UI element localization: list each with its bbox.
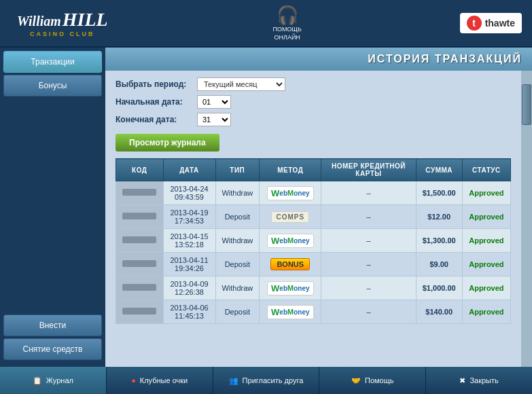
points-icon: ● xyxy=(131,376,136,384)
table-row: 2013-04-2409:43:59WithdrawWebMoney–$1,50… xyxy=(116,181,511,205)
cell-card: – xyxy=(321,205,416,229)
col-method: МЕТОД xyxy=(260,159,321,181)
sidebar: Транзакции Бонусы Внести Снятие средств xyxy=(0,48,105,367)
status-badge: Approved xyxy=(469,284,503,292)
cell-status: Approved xyxy=(462,276,510,300)
cell-method: WebMoney xyxy=(260,300,321,324)
period-select[interactable]: Текущий месяц Прошлый месяц xyxy=(197,77,285,91)
logo-wrapper: William HILL CASINO CLUB xyxy=(10,5,115,41)
table-row: 2013-04-1119:34:26DepositBONUS–$9.00Appr… xyxy=(116,253,511,276)
col-status: СТАТУС xyxy=(462,159,510,181)
header: William HILL CASINO CLUB 🎧 ПОМОЩЬОНЛАЙН … xyxy=(0,0,532,48)
logo-william: William xyxy=(17,14,61,29)
cell-date: 2013-04-1119:34:26 xyxy=(163,253,215,276)
cell-status: Approved xyxy=(462,253,510,276)
cell-card: – xyxy=(321,229,416,253)
cell-type: Deposit xyxy=(215,300,260,324)
content-area: ИСТОРИЯ ТРАНЗАКЦИЙ Выбрать период: Текущ… xyxy=(105,48,532,367)
cell-status: Approved xyxy=(462,300,510,324)
col-type: ТИП xyxy=(215,159,260,181)
logo-casino: CASINO CLUB xyxy=(17,31,108,37)
thawte-icon: t xyxy=(467,16,482,31)
end-date-row: Конечная дата: 31011530 xyxy=(116,113,511,126)
webmoney-logo: WebMoney xyxy=(267,281,313,296)
table-row: 2013-04-1917:34:53DepositCOMPS–$12.00App… xyxy=(116,205,511,229)
sidebar-bottom: Внести Снятие средств xyxy=(3,315,102,360)
col-date: ДАТА xyxy=(163,159,215,181)
cell-type: Deposit xyxy=(215,253,260,276)
scrollbar[interactable] xyxy=(521,71,532,367)
main-layout: Транзакции Бонусы Внести Снятие средств … xyxy=(0,48,532,367)
close-icon: ✖ xyxy=(459,376,465,385)
bonuses-btn[interactable]: Бонусы xyxy=(3,75,102,96)
transactions-table: КОД ДАТА ТИП МЕТОД НОМЕР КРЕДИТНОЙКАРТЫ … xyxy=(116,158,511,324)
cell-status: Approved xyxy=(462,229,510,253)
cell-method: BONUS xyxy=(260,253,321,276)
status-badge: Approved xyxy=(469,213,503,221)
cell-card: – xyxy=(321,181,416,205)
content-body: Выбрать период: Текущий месяц Прошлый ме… xyxy=(105,71,532,367)
start-date-select[interactable]: 01021531 xyxy=(197,95,231,109)
cell-date: 2013-04-0611:45:13 xyxy=(163,300,215,324)
footer-invite-btn[interactable]: 👥 Пригласить друга xyxy=(213,367,320,394)
deposit-btn[interactable]: Внести xyxy=(3,315,102,336)
journal-icon: 📋 xyxy=(33,376,42,385)
table-header-row: КОД ДАТА ТИП МЕТОД НОМЕР КРЕДИТНОЙКАРТЫ … xyxy=(116,159,511,181)
cell-amount: $1,500.00 xyxy=(416,181,462,205)
cell-code xyxy=(116,181,164,205)
help-area[interactable]: 🎧 ПОМОЩЬОНЛАЙН xyxy=(273,5,302,41)
status-badge: Approved xyxy=(469,308,503,316)
logo-area: William HILL CASINO CLUB xyxy=(10,5,115,41)
cell-status: Approved xyxy=(462,205,510,229)
filters-section: Выбрать период: Текущий месяц Прошлый ме… xyxy=(116,77,511,151)
cell-method: COMPS xyxy=(260,205,321,229)
headphones-icon: 🎧 xyxy=(277,5,298,26)
cell-amount: $140.00 xyxy=(416,300,462,324)
help-label: ПОМОЩЬОНЛАЙН xyxy=(273,26,302,41)
bonus-badge: BONUS xyxy=(270,258,310,270)
status-badge: Approved xyxy=(469,260,503,268)
footer-journal-btn[interactable]: 📋 Журнал xyxy=(0,367,107,394)
table-row: 2013-04-0912:26:38WithdrawWebMoney–$1,00… xyxy=(116,276,511,300)
cell-amount: $1,300.00 xyxy=(416,229,462,253)
cell-amount: $1,000.00 xyxy=(416,276,462,300)
cell-code xyxy=(116,300,164,324)
cell-type: Withdraw xyxy=(215,229,260,253)
cell-date: 2013-04-0912:26:38 xyxy=(163,276,215,300)
journal-label: Журнал xyxy=(46,376,73,384)
cell-code xyxy=(116,276,164,300)
webmoney-logo: WebMoney xyxy=(267,305,313,319)
help-footer-icon: 🤝 xyxy=(351,376,361,385)
footer: 📋 Журнал ● Клубные очки 👥 Пригласить дру… xyxy=(0,367,532,394)
cell-type: Withdraw xyxy=(215,276,260,300)
status-badge: Approved xyxy=(469,189,503,197)
sidebar-spacer xyxy=(3,98,102,312)
cell-type: Deposit xyxy=(215,205,260,229)
view-log-button[interactable]: Просмотр журнала xyxy=(116,134,219,151)
end-date-select[interactable]: 31011530 xyxy=(197,113,231,126)
footer-help-btn[interactable]: 🤝 Помощь xyxy=(319,367,426,394)
start-date-label: Начальная дата: xyxy=(116,97,197,107)
invite-label: Пригласить друга xyxy=(243,376,304,384)
transactions-btn[interactable]: Транзакции xyxy=(3,51,102,73)
webmoney-logo: WebMoney xyxy=(267,186,313,200)
help-footer-label: Помощь xyxy=(365,376,394,384)
col-card: НОМЕР КРЕДИТНОЙКАРТЫ xyxy=(321,159,416,181)
scrollbar-thumb[interactable] xyxy=(522,84,531,125)
cell-card: – xyxy=(321,300,416,324)
thawte-badge: t thawte xyxy=(460,13,522,33)
cell-date: 2013-04-1917:34:53 xyxy=(163,205,215,229)
withdraw-btn[interactable]: Снятие средств xyxy=(3,338,102,360)
cell-status: Approved xyxy=(462,181,510,205)
start-date-row: Начальная дата: 01021531 xyxy=(116,95,511,109)
end-date-label: Конечная дата: xyxy=(116,115,197,124)
cell-date: 2013-04-2409:43:59 xyxy=(163,181,215,205)
close-label: Закрыть xyxy=(469,376,498,384)
footer-points-btn[interactable]: ● Клубные очки xyxy=(107,367,213,394)
webmoney-logo: WebMoney xyxy=(267,234,313,248)
col-amount: СУММА xyxy=(416,159,462,181)
footer-close-btn[interactable]: ✖ Закрыть xyxy=(426,367,532,394)
cell-type: Withdraw xyxy=(215,181,260,205)
comps-badge: COMPS xyxy=(271,211,309,223)
cell-amount: $12.00 xyxy=(416,205,462,229)
